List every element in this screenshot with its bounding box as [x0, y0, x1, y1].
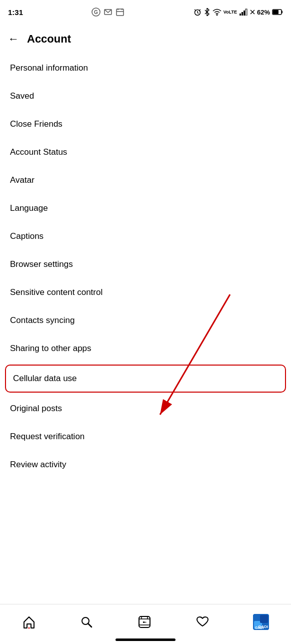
profile-icon: GADI — [253, 614, 269, 630]
menu-item-label: Review activity — [10, 460, 66, 470]
content-area: Personal information Saved Close Friends… — [0, 54, 291, 519]
menu-item-request-verification[interactable]: Request verification — [0, 423, 291, 451]
menu-item-label: Cellular data use — [13, 374, 77, 384]
svg-text:G: G — [94, 10, 98, 15]
alarm-icon — [194, 8, 202, 16]
reels-icon — [138, 615, 152, 629]
search-icon — [80, 615, 94, 629]
nav-item-home[interactable] — [14, 611, 44, 633]
svg-rect-3 — [116, 9, 124, 16]
heart-icon — [196, 615, 210, 629]
battery-icon — [272, 9, 283, 16]
status-bar: 1:31 G — [0, 0, 291, 24]
nav-item-search[interactable] — [72, 611, 102, 633]
svg-rect-31 — [260, 615, 268, 623]
svg-line-11 — [199, 10, 200, 11]
menu-item-original-posts[interactable]: Original posts — [0, 395, 291, 423]
gesture-bar — [116, 638, 176, 641]
menu-item-label: Request verification — [10, 432, 84, 442]
menu-item-cellular-data-use[interactable]: Cellular data use — [5, 365, 286, 393]
menu-item-review-activity[interactable]: Review activity — [0, 451, 291, 479]
menu-item-avatar[interactable]: Avatar — [0, 166, 291, 194]
menu-item-sensitive-content-control[interactable]: Sensitive content control — [0, 278, 291, 306]
page-header: ← Account — [0, 24, 291, 54]
nav-item-profile[interactable]: GADI — [245, 610, 277, 634]
menu-item-label: Captions — [10, 231, 44, 241]
menu-item-sharing-to-other-apps[interactable]: Sharing to other apps — [0, 335, 291, 363]
menu-item-account-status[interactable]: Account Status — [0, 138, 291, 166]
calendar-icon — [116, 8, 124, 17]
svg-rect-13 — [240, 14, 241, 16]
menu-item-captions[interactable]: Captions — [0, 222, 291, 250]
svg-rect-16 — [246, 9, 247, 16]
menu-item-close-friends[interactable]: Close Friends — [0, 110, 291, 138]
svg-line-10 — [194, 10, 196, 11]
menu-item-label: Personal information — [10, 63, 88, 73]
status-icons-right: VoLTE 62% — [194, 8, 283, 16]
menu-item-label: Browser settings — [10, 259, 73, 269]
nav-item-likes[interactable] — [188, 611, 218, 633]
bottom-navigation: GADI — [0, 604, 291, 644]
bluetooth-icon — [204, 8, 210, 16]
battery-percentage: 62% — [257, 9, 270, 16]
menu-item-contacts-syncing[interactable]: Contacts syncing — [0, 306, 291, 335]
menu-item-saved[interactable]: Saved — [0, 82, 291, 110]
svg-rect-14 — [242, 12, 243, 16]
svg-line-9 — [198, 13, 198, 14]
menu-item-label: Account Status — [10, 147, 67, 157]
menu-item-label: Original posts — [10, 404, 62, 414]
menu-item-language[interactable]: Language — [0, 194, 291, 222]
x-icon — [250, 10, 255, 15]
svg-text:GADI: GADI — [255, 626, 264, 629]
menu-item-label: Sensitive content control — [10, 287, 102, 297]
status-time: 1:31 — [8, 8, 23, 17]
svg-rect-15 — [244, 11, 245, 16]
svg-line-26 — [88, 623, 92, 627]
wifi-icon — [212, 9, 222, 16]
menu-item-label: Close Friends — [10, 119, 62, 129]
svg-point-12 — [216, 15, 218, 16]
nav-item-reels[interactable] — [130, 611, 160, 633]
svg-marker-28 — [143, 621, 147, 623]
google-icon: G — [92, 8, 100, 17]
volte-icon: VoLTE — [224, 10, 237, 15]
menu-list: Personal information Saved Close Friends… — [0, 54, 291, 479]
status-icons-left: G — [92, 8, 124, 17]
home-icon — [22, 615, 36, 629]
menu-item-label: Saved — [10, 91, 34, 101]
menu-item-browser-settings[interactable]: Browser settings — [0, 250, 291, 278]
menu-item-personal-information[interactable]: Personal information — [0, 54, 291, 82]
menu-item-label: Avatar — [10, 175, 34, 185]
back-button[interactable]: ← — [8, 33, 19, 46]
menu-item-label: Sharing to other apps — [10, 344, 92, 354]
svg-rect-21 — [282, 11, 282, 14]
signal-icon — [239, 9, 248, 16]
svg-point-24 — [28, 627, 30, 628]
page-title: Account — [27, 33, 71, 46]
menu-item-label: Contacts syncing — [10, 315, 74, 326]
menu-item-label: Language — [10, 203, 48, 213]
mail-icon — [104, 8, 112, 17]
svg-rect-20 — [273, 10, 278, 14]
